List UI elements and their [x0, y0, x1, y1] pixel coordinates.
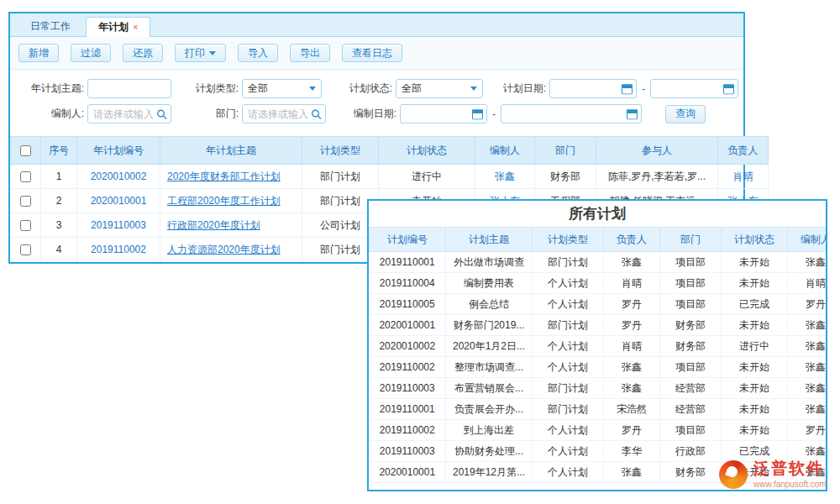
- popup-cell: 罗丹: [788, 294, 828, 315]
- select-all-checkbox[interactable]: [20, 145, 31, 156]
- vendor-brand-name: 泛普软件: [753, 460, 827, 478]
- close-tab-icon[interactable]: ×: [133, 22, 138, 32]
- search-icon[interactable]: [311, 108, 322, 119]
- search-button[interactable]: 查询: [665, 105, 706, 123]
- print-button[interactable]: 打印: [175, 44, 226, 62]
- export-button[interactable]: 导出: [290, 44, 330, 62]
- calendar-icon[interactable]: [622, 83, 633, 94]
- popup-cell: 张鑫: [604, 252, 660, 273]
- restore-button[interactable]: 还原: [123, 44, 163, 62]
- subject-filter-input[interactable]: [87, 79, 171, 98]
- row-checkbox[interactable]: [20, 244, 31, 255]
- add-button[interactable]: 新增: [18, 44, 59, 62]
- tab-bar: 日常工作 年计划×: [10, 13, 743, 37]
- popup-cell: 2019110001: [370, 399, 446, 420]
- popup-col-header-6: 编制人: [788, 228, 828, 252]
- import-button[interactable]: 导入: [238, 44, 278, 62]
- popup-cell: 个人计划: [533, 357, 604, 378]
- popup-cell: 张鑫: [788, 315, 828, 336]
- tab-daily-work[interactable]: 日常工作: [18, 17, 82, 36]
- popup-table-row[interactable]: 2019110002到上海出差个人计划罗丹项目部未开始罗丹: [370, 420, 828, 441]
- status-filter-label: 计划状态:: [340, 81, 392, 96]
- popup-cell: 肖晴: [604, 336, 660, 357]
- popup-cell: 部门计划: [533, 399, 604, 420]
- main-col-header-2: 年计划主题: [160, 137, 302, 165]
- range-separator: -: [642, 83, 645, 95]
- main-cell: 2: [41, 189, 77, 213]
- popup-cell: 宋浩然: [604, 399, 660, 420]
- compile-date-filter-label: 编制日期:: [336, 107, 396, 121]
- calendar-icon[interactable]: [723, 83, 734, 94]
- popup-col-header-4: 部门: [660, 228, 722, 252]
- tab-annual-plan[interactable]: 年计划×: [86, 17, 150, 37]
- popup-cell: 张鑫: [788, 252, 828, 273]
- owner-link[interactable]: 肖晴: [733, 171, 753, 182]
- filter-row-2: 编制人: 部门: 编制日期: - 查询: [10, 104, 743, 123]
- subject-filter-label: 年计划主题:: [10, 81, 84, 96]
- popup-table-row[interactable]: 20200100022020年1月2日...个人计划肖晴财务部进行中张鑫: [370, 336, 828, 357]
- main-col-header-3: 计划类型: [302, 137, 379, 165]
- chevron-down-icon: [470, 87, 477, 91]
- popup-cell: 张鑫: [604, 462, 660, 483]
- plan-subject-link[interactable]: 2020年度财务部工作计划: [167, 171, 281, 182]
- popup-cell: 个人计划: [533, 462, 604, 483]
- popup-cell: 张鑫: [604, 357, 660, 378]
- popup-cell: 项目部: [660, 273, 722, 294]
- print-button-label: 打印: [185, 46, 205, 60]
- view-log-button[interactable]: 查看日志: [342, 44, 402, 62]
- popup-cell: 个人计划: [533, 441, 604, 462]
- calendar-icon[interactable]: [627, 108, 638, 119]
- row-checkbox[interactable]: [20, 171, 31, 182]
- popup-cell: 2019110002: [370, 357, 446, 378]
- popup-table-row[interactable]: 2019110004编制费用表个人计划肖晴项目部未开始肖晴: [370, 273, 828, 294]
- filter-panel: 年计划主题: 计划类型: 全部 计划状态: 全部 计划日期: -: [10, 70, 743, 136]
- range-separator: -: [492, 108, 496, 120]
- compile-date-to-input[interactable]: [501, 104, 642, 123]
- row-checkbox[interactable]: [20, 220, 31, 231]
- popup-table-row[interactable]: 2019110003协助财务处理...个人计划李华行政部已完成张鑫: [370, 441, 828, 462]
- status-filter-select[interactable]: 全部: [396, 79, 483, 98]
- plan-code-link[interactable]: 2019110003: [91, 219, 146, 231]
- popup-cell: 李华: [604, 441, 660, 462]
- type-filter-select[interactable]: 全部: [242, 79, 322, 98]
- popup-col-header-5: 计划状态: [722, 228, 788, 252]
- plan-code-link[interactable]: 2019110002: [91, 244, 146, 255]
- filter-button[interactable]: 过滤: [71, 44, 111, 62]
- plan-subject-link[interactable]: 工程部2020年度工作计划: [167, 195, 281, 207]
- popup-table-row[interactable]: 2019110005例会总结个人计划罗丹项目部已完成罗丹: [370, 294, 828, 315]
- vendor-url: www.fanpusoft.com: [753, 480, 827, 489]
- plan-subject-link[interactable]: 行政部2020年度计划: [167, 219, 260, 231]
- popup-cell: 到上海出差: [446, 420, 533, 441]
- popup-cell: 罗丹: [604, 420, 660, 441]
- popup-table: 计划编号计划主题计划类型负责人部门计划状态编制人 2019110001外出做市场…: [369, 227, 827, 483]
- popup-cell: 外出做市场调查: [446, 252, 533, 273]
- popup-cell: 2019110002: [370, 420, 446, 441]
- plan-code-link[interactable]: 2020010001: [91, 195, 147, 207]
- popup-cell: 未开始: [722, 357, 788, 378]
- main-cell: 陈菲,罗丹,李若若,罗...: [596, 165, 718, 189]
- fanpu-logo-icon: [719, 460, 748, 489]
- popup-table-row[interactable]: 2019110003布置营销展会...部门计划张鑫经营部未开始张鑫: [370, 378, 828, 399]
- popup-cell: 个人计划: [533, 420, 604, 441]
- popup-table-row[interactable]: 2019110002整理市场调查...个人计划张鑫项目部未开始张鑫: [370, 357, 828, 378]
- creator-link[interactable]: 张鑫: [495, 171, 515, 182]
- type-filter-label: 计划类型:: [186, 81, 239, 96]
- filter-button-label: 过滤: [81, 46, 101, 60]
- row-checkbox[interactable]: [20, 196, 31, 207]
- popup-table-row[interactable]: 2019110001外出做市场调查部门计划张鑫项目部未开始张鑫: [370, 252, 828, 273]
- plan-subject-link[interactable]: 人力资源部2020年度计划: [167, 244, 281, 255]
- popup-table-row[interactable]: 2019110001负责展会开办...部门计划宋浩然经营部未开始张鑫: [370, 399, 828, 420]
- main-cell: 部门计划: [302, 165, 379, 189]
- main-col-header-1: 年计划编号: [77, 137, 160, 165]
- calendar-icon[interactable]: [472, 108, 483, 119]
- search-icon[interactable]: [156, 108, 167, 119]
- popup-table-header-row: 计划编号计划主题计划类型负责人部门计划状态编制人: [370, 228, 828, 252]
- main-col-header-0: 序号: [41, 137, 77, 165]
- popup-cell: 项目部: [660, 357, 722, 378]
- popup-cell: 2020010001: [370, 315, 446, 336]
- popup-table-row[interactable]: 2020010001财务部门2019...部门计划罗丹财务部未开始张鑫: [370, 315, 828, 336]
- popup-cell: 经营部: [660, 399, 722, 420]
- popup-cell: 部门计划: [533, 315, 604, 336]
- popup-cell: 负责展会开办...: [446, 399, 533, 420]
- plan-code-link[interactable]: 2020010002: [91, 171, 147, 182]
